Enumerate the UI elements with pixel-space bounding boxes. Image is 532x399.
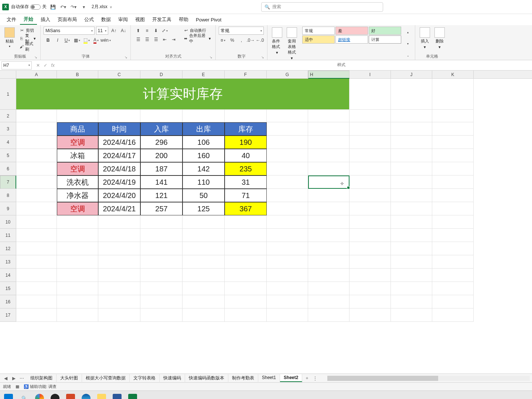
increase-font-button[interactable]: A↑ <box>110 27 118 35</box>
col-header-G[interactable]: G <box>267 71 308 78</box>
undo-button[interactable]: ↶▾ <box>59 3 67 11</box>
cell-D11[interactable] <box>140 229 183 242</box>
sheet-tab-快速编码[interactable]: 快速编码 <box>160 374 185 382</box>
decrease-indent-button[interactable]: ⇤ <box>160 35 169 44</box>
tab-审阅[interactable]: 审阅 <box>115 15 132 24</box>
cell-I11[interactable] <box>349 229 391 242</box>
cell-I4[interactable] <box>349 136 391 149</box>
row-header-10[interactable]: 10 <box>0 215 16 229</box>
cell-A5[interactable] <box>16 149 57 162</box>
cell-B14[interactable] <box>57 269 98 282</box>
cell-D7[interactable]: 141 <box>140 175 183 189</box>
style-calc[interactable]: 计算 <box>369 35 401 44</box>
col-header-J[interactable]: J <box>391 71 432 78</box>
cell-H2[interactable] <box>308 110 349 122</box>
cell-E15[interactable] <box>183 282 225 295</box>
cell-I6[interactable] <box>349 162 391 175</box>
styles-scroll-up[interactable]: ▴ <box>403 28 412 37</box>
cell-A1[interactable]: 计算实时库存 <box>16 79 349 110</box>
cell-D12[interactable] <box>140 242 183 255</box>
cell-K14[interactable] <box>432 269 474 282</box>
cell-K17[interactable] <box>432 308 474 322</box>
edge-taskbar-icon[interactable] <box>79 392 93 399</box>
fill-color-button[interactable]: ⬚ <box>82 36 91 44</box>
cell-C3[interactable]: 时间 <box>98 122 140 136</box>
format-painter-button[interactable]: 🖌格式刷 <box>18 43 37 50</box>
cell-E4[interactable]: 106 <box>183 136 225 149</box>
cell-A13[interactable] <box>16 255 57 269</box>
save-button[interactable]: 💾 <box>49 3 57 11</box>
accessibility-status[interactable]: ♿ 辅助功能: 调查 <box>24 384 57 389</box>
cell-C9[interactable]: 2024/4/21 <box>98 202 140 215</box>
macro-record-icon[interactable]: ▦ <box>16 384 19 389</box>
word-taskbar-icon[interactable] <box>110 392 124 399</box>
sheet-tab-大头针图[interactable]: 大头针图 <box>57 374 82 382</box>
obs-taskbar-icon[interactable] <box>48 392 62 399</box>
cell-A9[interactable] <box>16 202 57 215</box>
cell-I12[interactable] <box>349 242 391 255</box>
cell-A7[interactable] <box>16 175 57 189</box>
cell-G10[interactable] <box>267 215 308 229</box>
cell-H7[interactable]: ✧ <box>308 175 349 189</box>
cell-B5[interactable]: 冰箱 <box>57 149 98 162</box>
enter-formula-button[interactable]: ✓ <box>42 63 49 68</box>
clipboard-launcher[interactable]: ↘ <box>34 55 37 59</box>
font-name-select[interactable]: MiSans▾ <box>44 27 95 35</box>
sheet-tab-快速编码函数版本[interactable]: 快速编码函数版本 <box>185 374 228 382</box>
cell-A16[interactable] <box>16 295 57 308</box>
italic-button[interactable]: I <box>53 36 62 44</box>
merge-center-button[interactable]: ⬌合并后居中 ▾ <box>182 35 212 42</box>
cell-K9[interactable] <box>432 202 474 215</box>
new-sheet-button[interactable]: ＋ <box>304 375 310 381</box>
cell-F6[interactable]: 235 <box>225 162 267 175</box>
cell-J14[interactable] <box>391 269 432 282</box>
cell-H4[interactable] <box>308 136 349 149</box>
cell-H15[interactable] <box>308 282 349 295</box>
insert-cells-button[interactable]: 插入▾ <box>418 27 432 50</box>
decrease-font-button[interactable]: A↓ <box>119 27 127 35</box>
cell-G14[interactable] <box>267 269 308 282</box>
cell-C10[interactable] <box>98 215 140 229</box>
cell-B9[interactable]: 空调 <box>57 202 98 215</box>
cell-H12[interactable] <box>308 242 349 255</box>
cell-J13[interactable] <box>391 255 432 269</box>
cell-C2[interactable] <box>98 110 140 122</box>
font-color-button[interactable]: A <box>92 36 100 44</box>
cell-B15[interactable] <box>57 282 98 295</box>
number-launcher[interactable]: ↘ <box>261 55 264 59</box>
cell-F17[interactable] <box>225 308 267 322</box>
row-header-9[interactable]: 9 <box>0 202 16 215</box>
row-header-8[interactable]: 8 <box>0 189 16 202</box>
col-header-A[interactable]: A <box>16 71 57 78</box>
cell-H11[interactable] <box>308 229 349 242</box>
cell-D17[interactable] <box>140 308 183 322</box>
cell-J17[interactable] <box>391 308 432 322</box>
cell-K8[interactable] <box>432 189 474 202</box>
cell-D8[interactable]: 121 <box>140 189 183 202</box>
col-header-B[interactable]: B <box>57 71 98 78</box>
cell-F11[interactable] <box>225 229 267 242</box>
row-header-1[interactable]: 1 <box>0 79 16 110</box>
cell-I16[interactable] <box>349 295 391 308</box>
sheet-tab-制作考勤表[interactable]: 制作考勤表 <box>228 374 258 382</box>
powerpoint-taskbar-icon[interactable] <box>64 392 78 399</box>
percent-button[interactable]: % <box>228 36 236 44</box>
cell-C7[interactable]: 2024/4/19 <box>98 175 140 189</box>
cell-G2[interactable] <box>267 110 308 122</box>
cell-A10[interactable] <box>16 215 57 229</box>
cell-F10[interactable] <box>225 215 267 229</box>
cell-H9[interactable] <box>308 202 349 215</box>
cell-H13[interactable] <box>308 255 349 269</box>
tab-数据[interactable]: 数据 <box>98 15 115 24</box>
cell-D4[interactable]: 296 <box>140 136 183 149</box>
autosave-toggle[interactable]: 自动保存 关 <box>11 4 47 10</box>
tab-视图[interactable]: 视图 <box>132 15 149 24</box>
cell-H10[interactable] <box>308 215 349 229</box>
cell-G9[interactable] <box>267 202 308 215</box>
cell-E12[interactable] <box>183 242 225 255</box>
cell-E17[interactable] <box>183 308 225 322</box>
delete-cells-button[interactable]: 删除▾ <box>433 27 446 50</box>
col-header-C[interactable]: C <box>98 71 140 78</box>
cell-D3[interactable]: 入库 <box>140 122 183 136</box>
align-bottom-button[interactable]: ⬇ <box>151 27 160 35</box>
